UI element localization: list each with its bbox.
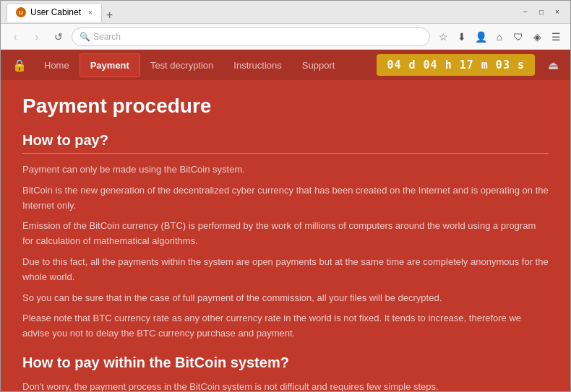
- forward-button[interactable]: ›: [28, 28, 46, 45]
- paragraph-2: BitCoin is the new generation of the dec…: [22, 183, 549, 214]
- active-tab[interactable]: U User Cabinet ×: [7, 3, 102, 22]
- bookmark-icon[interactable]: ☆: [434, 28, 452, 45]
- logout-icon[interactable]: ⏏: [548, 58, 559, 72]
- intro-text: Don't worry, the payment process in the …: [22, 380, 549, 391]
- account-icon[interactable]: 👤: [472, 28, 489, 45]
- paragraph-6: Please note that BTC currency rate as an…: [22, 311, 549, 341]
- section2-heading: How to pay within the BitCoin system?: [22, 354, 549, 371]
- tab-close-button[interactable]: ×: [88, 9, 93, 17]
- menu-icon[interactable]: ☰: [547, 28, 564, 45]
- address-input[interactable]: 🔍 Search: [72, 27, 430, 46]
- paragraph-4: Due to this fact, all the payments withi…: [22, 255, 549, 285]
- nav-item-instructions[interactable]: Instructions: [223, 54, 291, 77]
- nav-item-home[interactable]: Home: [34, 54, 80, 77]
- new-tab-button[interactable]: +: [103, 9, 116, 22]
- page-content: Payment procedure How to pay? Payment ca…: [1, 80, 570, 391]
- restore-button[interactable]: □: [534, 5, 549, 19]
- browser-frame: U User Cabinet × + − □ × ‹ › ↺ 🔍 Search …: [0, 0, 571, 392]
- toolbar-icons: ☆ ⬇ 👤 ⌂ 🛡 ◈ ☰: [434, 28, 564, 45]
- countdown-timer: 04 d 04 h 17 m 03 s: [377, 54, 535, 76]
- paragraph-5: So you can be sure that in the case of f…: [22, 291, 549, 306]
- site-content: 🔒 Home Payment Test decryption Instructi…: [1, 50, 570, 391]
- nav-item-support[interactable]: Support: [292, 54, 345, 77]
- site-nav: 🔒 Home Payment Test decryption Instructi…: [1, 50, 570, 80]
- window-controls: − □ ×: [518, 5, 564, 19]
- nav-item-payment[interactable]: Payment: [80, 53, 140, 77]
- shield-icon[interactable]: 🛡: [510, 28, 527, 45]
- search-icon: 🔍: [80, 32, 90, 42]
- title-bar: U User Cabinet × + − □ ×: [1, 1, 570, 24]
- page-title: Payment procedure: [22, 95, 549, 118]
- nav-lock-icon: 🔒: [12, 58, 27, 72]
- paragraph-1: Payment can only be made using the BitCo…: [22, 162, 549, 178]
- section1-heading: How to pay?: [22, 132, 549, 154]
- minimize-button[interactable]: −: [518, 5, 533, 19]
- paragraph-3: Emission of the BitCoin currency (BTC) i…: [22, 219, 549, 249]
- pocket-icon[interactable]: ◈: [528, 28, 546, 45]
- tab-favicon: U: [16, 7, 26, 17]
- nav-left: 🔒 Home Payment Test decryption Instructi…: [12, 53, 345, 77]
- back-button[interactable]: ‹: [7, 28, 24, 45]
- tab-area: U User Cabinet × +: [7, 3, 518, 22]
- search-placeholder: Search: [93, 32, 121, 42]
- nav-item-test-decryption[interactable]: Test decryption: [140, 54, 223, 77]
- refresh-button[interactable]: ↺: [50, 28, 67, 45]
- home-icon[interactable]: ⌂: [491, 28, 508, 45]
- download-icon[interactable]: ⬇: [453, 28, 471, 45]
- address-bar-wrapper: 🔍 Search: [72, 27, 430, 46]
- close-button[interactable]: ×: [550, 5, 564, 19]
- tab-title: User Cabinet: [30, 7, 81, 17]
- address-bar: ‹ › ↺ 🔍 Search ☆ ⬇ 👤 ⌂ 🛡 ◈ ☰: [1, 24, 570, 50]
